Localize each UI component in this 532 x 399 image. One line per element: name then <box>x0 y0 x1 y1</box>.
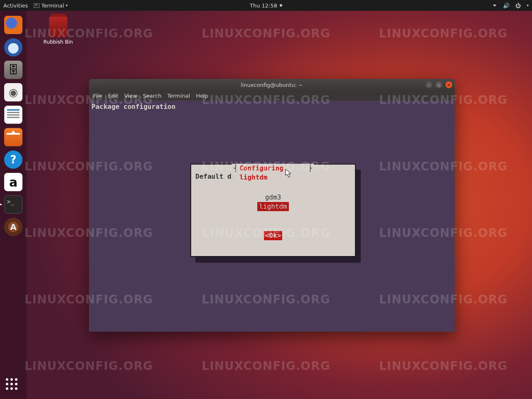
dock-files[interactable]: 🗄 <box>3 60 23 80</box>
option-gdm3[interactable]: gdm3 <box>264 193 283 202</box>
minimize-button[interactable]: – <box>426 81 432 88</box>
trash-icon <box>49 17 67 37</box>
dialog-title-wrap: ┤ Configuring lightdm ├ <box>232 164 314 182</box>
dock-updater[interactable] <box>3 217 23 237</box>
gnome-topbar: Activities Terminal ▾ Thu 12:58 ⏷ 🔊 ⏻ ▾ <box>0 0 532 11</box>
dock-terminal[interactable] <box>3 195 23 214</box>
dialog-title: Configuring lightdm <box>238 164 308 182</box>
config-dialog: ┤ Configuring lightdm ├ Default display … <box>190 164 356 257</box>
network-icon[interactable]: ⏷ <box>493 3 497 8</box>
menu-help[interactable]: Help <box>196 93 208 99</box>
menu-edit[interactable]: Edit <box>108 93 118 99</box>
dock-rhythmbox[interactable]: ◉ <box>3 82 23 102</box>
window-title: linuxconfig@ubuntu: ~ <box>241 82 303 88</box>
dock: 🗄 ◉ ? a <box>0 11 27 399</box>
dock-help[interactable]: ? <box>3 150 23 170</box>
option-lightdm[interactable]: lightdm <box>257 202 288 211</box>
notification-dot-icon <box>280 4 282 7</box>
app-menu-label: Terminal <box>41 2 64 9</box>
menu-view[interactable]: View <box>124 93 137 99</box>
maximize-button[interactable]: ▫ <box>436 81 442 88</box>
terminal-body[interactable]: Package configuration ┤ Configuring ligh… <box>89 101 455 332</box>
dock-writer[interactable] <box>3 105 23 125</box>
dock-software[interactable] <box>3 127 23 147</box>
menu-terminal[interactable]: Terminal <box>167 93 190 99</box>
power-icon[interactable]: ⏻ <box>515 2 521 9</box>
chevron-down-icon: ▾ <box>66 3 68 7</box>
show-applications-button[interactable] <box>6 378 21 393</box>
desktop-trash[interactable]: Rubbish Bin <box>42 17 75 45</box>
activities-button[interactable]: Activities <box>3 2 28 9</box>
dock-firefox[interactable] <box>3 15 23 35</box>
terminal-window: linuxconfig@ubuntu: ~ – ▫ × File Edit Vi… <box>89 79 455 332</box>
menu-file[interactable]: File <box>93 93 102 99</box>
package-config-header: Package configuration <box>91 102 452 111</box>
close-button[interactable]: × <box>446 81 452 88</box>
dock-thunderbird[interactable] <box>3 37 23 57</box>
volume-icon[interactable]: 🔊 <box>503 2 510 9</box>
terminal-menubar: File Edit View Search Terminal Help <box>89 91 455 101</box>
terminal-icon <box>34 3 39 8</box>
window-titlebar[interactable]: linuxconfig@ubuntu: ~ – ▫ × <box>89 79 455 91</box>
clock[interactable]: Thu 12:58 <box>250 2 277 9</box>
desktop-trash-label: Rubbish Bin <box>42 39 75 45</box>
dialog-options: gdm3 lightdm <box>195 193 351 212</box>
ok-button[interactable]: <Ok> <box>264 231 283 240</box>
app-menu[interactable]: Terminal ▾ <box>34 2 67 9</box>
chevron-down-icon: ▾ <box>527 3 529 7</box>
dock-amazon[interactable]: a <box>3 172 23 192</box>
menu-search[interactable]: Search <box>143 93 162 99</box>
